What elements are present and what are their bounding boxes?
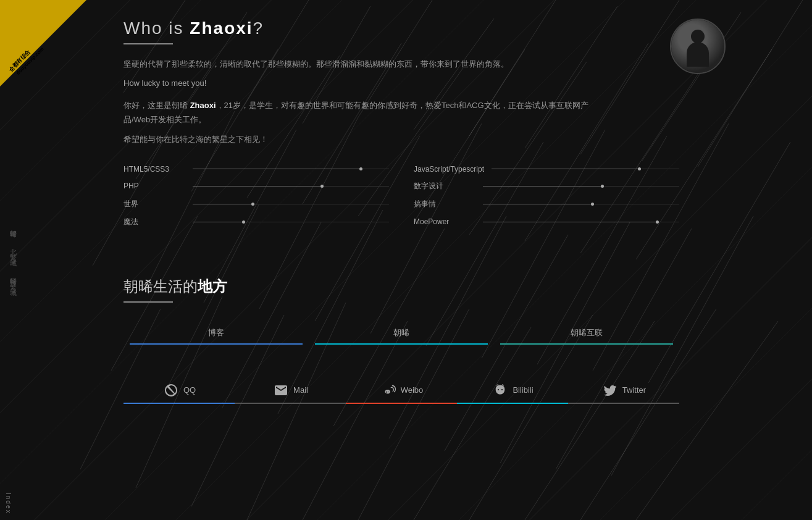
sidebar-item-1[interactable]: 朝晞: [9, 224, 17, 225]
sidebar-item-2[interactable]: 北: [9, 243, 17, 243]
skill-bar-fill: [483, 204, 591, 204]
skill-bar-fill: [193, 186, 320, 187]
social-label-qq: QQ: [183, 385, 196, 395]
social-label-mail: Mail: [293, 385, 308, 395]
intro-text-3: 你好，这里是朝晞 Zhaoxi，21岁，是学生，对有趣的世界和可能有趣的你感到好…: [123, 98, 605, 127]
skill-name: 魔法: [123, 217, 185, 227]
social-section: QQ Mail Weibo Bilibili Twitter: [123, 382, 679, 411]
svg-text:全都有综合: 全都有综合: [7, 48, 32, 73]
places-title-bold: 地方: [198, 278, 227, 295]
skill-bar-dot: [359, 167, 362, 170]
social-item-twitter[interactable]: Twitter: [568, 382, 679, 399]
skill-bar-container: [193, 169, 389, 169]
avatar: [670, 19, 726, 74]
skill-left-1: PHP: [123, 181, 389, 191]
skill-bar-container: [492, 169, 679, 169]
title-bold: Zhaoxi: [190, 19, 253, 38]
sidebar-item-6[interactable]: 繁: [9, 278, 17, 279]
intro3-name: Zhaoxi: [190, 101, 216, 110]
sidebar-item-3[interactable]: 繁: [9, 248, 17, 249]
skill-bar-dot: [320, 185, 324, 188]
place-name: 朝晞互联: [571, 327, 603, 338]
social-row-icons: QQ: [162, 382, 196, 399]
skill-bar-dot: [242, 220, 245, 224]
sidebar-dot-3: [12, 291, 15, 294]
skill-right-2: 搞事情: [414, 199, 679, 209]
index-label: Index: [5, 493, 12, 514]
social-underline-bilibili: [457, 403, 568, 404]
social-row-icons: Twitter: [601, 382, 646, 399]
twitter-icon: [601, 382, 619, 399]
social-row-icons: Bilibili: [492, 382, 533, 399]
skill-name: 搞事情: [414, 199, 475, 209]
social-underline-weibo: [346, 403, 457, 404]
qq-icon: [162, 382, 180, 399]
social-label-twitter: Twitter: [622, 385, 646, 395]
place-line: [315, 343, 488, 345]
skill-name: HTML5/CSS3: [123, 165, 185, 174]
social-row-icons: Mail: [272, 382, 308, 399]
intro-text-2: How lucky to meet you!: [123, 76, 605, 90]
avatar-silhouette: [679, 25, 716, 68]
sidebar-item-7[interactable]: 城: [9, 283, 17, 284]
sidebar-dot-1: [12, 233, 15, 235]
sidebar-item-4[interactable]: 城: [9, 254, 17, 254]
social-underline-twitter: [568, 403, 679, 404]
place-item-0[interactable]: 博客: [123, 327, 309, 345]
intro3-prefix: 你好，这里是朝晞: [123, 101, 190, 110]
skill-bar-fill: [193, 169, 359, 169]
skill-left-0: HTML5/CSS3: [123, 165, 389, 174]
social-item-qq[interactable]: QQ: [123, 382, 235, 399]
place-line: [500, 343, 673, 345]
skill-name: JavaScript/Typescript: [414, 165, 484, 174]
places-section: 朝晞生活的地方 博客 朝晞 朝晞互联 QQ Mail Weibo: [123, 277, 787, 411]
bilibili-icon: [492, 382, 509, 399]
left-sidebar: 朝晞 北 繁 城 朝晞 繁 城: [9, 224, 17, 296]
place-name: 朝晞: [393, 327, 409, 338]
skill-name: PHP: [123, 182, 185, 190]
skill-bar-container: [483, 222, 679, 222]
title-plain: Who is: [123, 19, 190, 38]
title-underline: [123, 43, 173, 44]
place-item-2[interactable]: 朝晞互联: [494, 327, 679, 345]
skill-bar-dot: [251, 203, 254, 206]
skill-bar-container: [483, 204, 679, 204]
avatar-inner: [671, 20, 724, 73]
skill-bar-container: [193, 204, 389, 204]
social-item-mail[interactable]: Mail: [235, 382, 346, 399]
skill-bar-dot: [601, 185, 604, 188]
skill-bar-fill: [193, 222, 242, 222]
skill-bar-fill: [483, 222, 656, 222]
place-item-1[interactable]: 朝晞: [309, 327, 494, 345]
skill-name: 世界: [123, 199, 185, 209]
intro-text-4: 希望能与你在比特之海的繁星之下相见！: [123, 132, 605, 146]
main-content: Who is Zhaoxi? 坚硬的代替了那些柔软的，清晰的取代了那些模糊的。那…: [37, 0, 812, 424]
skill-name: 数字设计: [414, 181, 475, 191]
skill-right-3: MoePower: [414, 217, 679, 227]
skill-left-3: 魔法: [123, 217, 389, 227]
social-row-icons: Weibo: [380, 382, 424, 399]
social-item-bilibili[interactable]: Bilibili: [457, 382, 568, 399]
title-suffix: ?: [253, 19, 264, 38]
skill-bar-fill: [483, 186, 601, 187]
social-underline-mail: [235, 403, 346, 404]
skills-grid: HTML5/CSS3 JavaScript/Typescript PHP 数字设…: [123, 165, 679, 227]
skill-left-2: 世界: [123, 199, 389, 209]
skill-bar-dot: [591, 203, 594, 206]
sidebar-dot-2: [12, 262, 15, 264]
skill-bar-dot: [638, 167, 641, 170]
skill-bar-container: [193, 186, 389, 187]
who-section: Who is Zhaoxi? 坚硬的代替了那些柔软的，清晰的取代了那些模糊的。那…: [123, 12, 787, 227]
skill-bar-container: [483, 186, 679, 187]
intro-text-1: 坚硬的代替了那些柔软的，清晰的取代了那些模糊的。那些滑溜溜和黏糊糊的东西，带你来…: [123, 57, 605, 71]
place-name: 博客: [208, 327, 224, 338]
skill-right-0: JavaScript/Typescript: [414, 165, 679, 174]
places-title-plain: 朝晞生活的: [123, 278, 198, 295]
social-item-weibo[interactable]: Weibo: [346, 382, 457, 399]
skill-bar-fill: [492, 169, 638, 169]
skill-bar-dot: [656, 220, 659, 224]
sidebar-item-5[interactable]: 朝晞: [9, 272, 17, 273]
weibo-icon: [380, 382, 397, 399]
mail-icon: [272, 382, 290, 399]
social-label-weibo: Weibo: [401, 385, 424, 395]
